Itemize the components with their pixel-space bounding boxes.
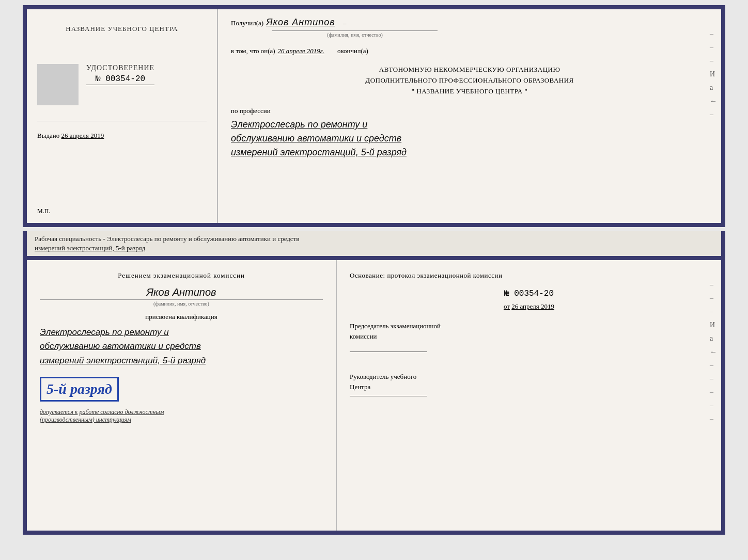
cert-number: № 00354-20 bbox=[86, 74, 154, 85]
org-line1: АВТОНОМНУЮ НЕКОММЕРЧЕСКУЮ ОРГАНИЗАЦИЮ bbox=[231, 65, 708, 75]
commission-title: Решением экзаменационной комиссии bbox=[40, 270, 323, 281]
middle-text-line2: измерений электростанций, 5-й разряд bbox=[35, 244, 145, 252]
cert-label: УДОСТОВЕРЕНИЕ bbox=[86, 64, 154, 72]
bottom-right-panel: Основание: протокол экзаменационной коми… bbox=[337, 260, 721, 531]
date-prefix: в том, что он(а) bbox=[231, 47, 275, 55]
qualification-text: Электрослесарь по ремонту и обслуживанию… bbox=[40, 325, 323, 367]
side-decoration: – – – И а ← – bbox=[710, 30, 717, 119]
top-left-panel: НАЗВАНИЕ УЧЕБНОГО ЦЕНТРА УДОСТОВЕРЕНИЕ №… bbox=[27, 9, 218, 223]
profession-text: Электрослесарь по ремонту и обслуживанию… bbox=[231, 118, 708, 159]
name-sublabel-bottom: (фамилия, имя, отчество) bbox=[40, 299, 323, 307]
middle-band: Рабочая специальность - Электрослесарь п… bbox=[23, 231, 725, 256]
issued-label: Выдано bbox=[37, 132, 59, 139]
chairman-label: Председатель экзаменационной комиссии bbox=[350, 321, 708, 341]
org-name-top: НАЗВАНИЕ УЧЕБНОГО ЦЕНТРА bbox=[66, 25, 178, 33]
profession-label: по профессии bbox=[231, 107, 708, 115]
mp-label: М.П. bbox=[37, 207, 50, 215]
qualification-label: присвоена квалификация bbox=[40, 313, 323, 321]
received-name: Яков Антипов bbox=[266, 17, 335, 28]
rank-badge-text: 5-й разряд bbox=[46, 381, 112, 397]
side-decoration-bottom: – – – И а ← – – – – – bbox=[710, 281, 717, 423]
leader-label: Руководитель учебного Центра bbox=[350, 372, 708, 392]
protocol-number: № 00354-20 bbox=[350, 289, 708, 298]
date-prefix-bottom: от bbox=[504, 302, 510, 310]
issued-date: 26 апреля 2019 bbox=[61, 132, 104, 139]
protocol-date-val: 26 апреля 2019 bbox=[511, 302, 554, 310]
org-line3: " НАЗВАНИЕ УЧЕБНОГО ЦЕНТРА " bbox=[231, 86, 708, 97]
bottom-left-panel: Решением экзаменационной комиссии Яков А… bbox=[27, 260, 337, 531]
top-right-panel: Получил(а) Яков Антипов – (фамилия, имя,… bbox=[218, 9, 721, 223]
certificate-bottom: Решением экзаменационной комиссии Яков А… bbox=[23, 256, 725, 535]
received-prefix: Получил(а) bbox=[231, 19, 263, 27]
leader-signature-line bbox=[350, 396, 427, 396]
chairman-signature-line bbox=[350, 351, 427, 352]
допускается-text: допускается к работе согласно должностны… bbox=[40, 408, 323, 424]
name-sublabel-top: (фамилия, имя, отчество) bbox=[272, 32, 438, 38]
person-name-bottom: Яков Антипов bbox=[40, 286, 323, 298]
date-suffix: окончил(а) bbox=[337, 47, 368, 55]
rank-badge: 5-й разряд bbox=[40, 377, 119, 402]
org-line2: ДОПОЛНИТЕЛЬНОГО ПРОФЕССИОНАЛЬНОГО ОБРАЗО… bbox=[231, 75, 708, 86]
date-value: 26 апреля 2019г. bbox=[278, 47, 324, 55]
basis-label: Основание: протокол экзаменационной коми… bbox=[350, 270, 708, 281]
certificate-top: НАЗВАНИЕ УЧЕБНОГО ЦЕНТРА УДОСТОВЕРЕНИЕ №… bbox=[23, 5, 725, 227]
stamp-placeholder bbox=[37, 64, 79, 105]
middle-text-line1: Рабочая специальность - Электрослесарь п… bbox=[35, 235, 299, 243]
